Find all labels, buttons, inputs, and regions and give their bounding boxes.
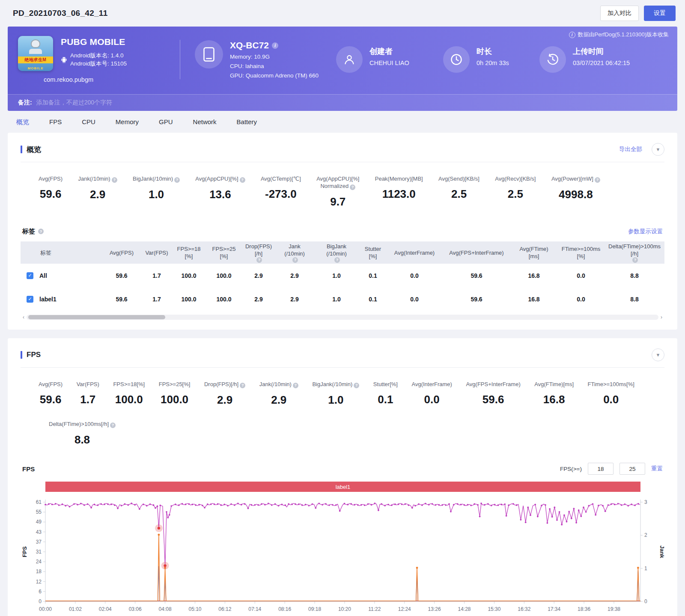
remark-bar[interactable]: 备注: 添加备注，不超过200个字符 [8,94,677,111]
metric-ftime-100ms-: FTime>=100ms[%]0.0 [588,381,634,407]
table-cell: 2.9 [241,264,276,287]
table-cell: 1.7 [142,264,171,287]
svg-text:31: 31 [36,549,42,555]
remark-placeholder: 添加备注，不超过200个字符 [36,99,112,107]
fps-metrics-row2: Delta(FTime)>100ms[/h]?8.8 [21,409,664,448]
svg-text:18:36: 18:36 [578,606,590,612]
svg-text:6: 6 [39,589,42,595]
scroll-right-arrow[interactable]: › [658,314,664,320]
metric-value: 1.0 [133,188,180,201]
metric-avg-interframe-: Avg(InterFrame)0.0 [411,381,452,407]
reset-link[interactable]: 重置 [651,465,663,473]
metric-value: 2.9 [78,188,117,201]
fps-chart[interactable]: label106121824313743495561012300:0001:02… [21,481,664,616]
table-col-header: Drop(FPS)[/h]? [241,241,276,264]
help-icon[interactable]: ? [38,229,44,234]
fps-threshold-input-1[interactable] [588,463,614,475]
help-icon[interactable]: ? [632,257,638,263]
overview-metrics: Avg(FPS)59.6Jank(/10min)?2.9BigJank(/10m… [21,162,664,211]
metric-value: 0.0 [411,393,452,406]
metric-value: 1.0 [312,393,359,407]
svg-text:55: 55 [36,509,42,515]
svg-text:0: 0 [39,598,42,604]
highlight-dot [158,527,160,530]
settings-button[interactable]: 设置 [644,6,676,21]
metric-avg-fps-: Avg(FPS)59.6 [39,175,63,208]
row-checkbox[interactable]: ✓ [27,272,33,279]
metric-value: 13.6 [195,188,245,201]
metric-value: 1123.0 [375,187,423,201]
table-cell: 16.8 [510,287,557,311]
metric-value: 1.7 [77,393,99,406]
table-horizontal-scrollbar[interactable]: ‹ › [21,314,664,320]
table-cell: 0.1 [360,264,386,287]
collapse-overview-button[interactable]: ▼ [652,143,664,156]
tab-fps[interactable]: FPS [49,118,62,126]
series-fps [45,503,640,565]
tab-概览[interactable]: 概览 [16,118,29,126]
svg-text:0: 0 [644,598,647,604]
device-memory: Memory: 10.9G [230,54,319,60]
help-icon[interactable]: ? [292,257,298,263]
svg-text:19:38: 19:38 [608,606,620,612]
device-info-icon[interactable]: i [272,42,278,49]
table-col-header: Jank(/10min)? [276,241,313,264]
tab-network[interactable]: Network [193,118,217,126]
metric-bigjank-10min-: BigJank(/10min)?1.0 [133,175,180,208]
help-icon[interactable]: ? [334,257,340,263]
table-cell: 59.6 [443,264,510,287]
param-display-settings-link[interactable]: 参数显示设置 [628,228,663,235]
app-icon: 绝地求生M MOBILE [18,36,53,71]
fps-chart-svg[interactable]: label106121824313743495561012300:0001:02… [21,481,665,616]
metric-value: 100.0 [159,393,191,406]
svg-text:37: 37 [36,539,42,545]
scrollbar-track[interactable] [27,315,658,320]
tab-gpu[interactable]: GPU [159,118,173,126]
metric-avg-fps-: Avg(FPS)59.6 [39,381,63,407]
metric-avg-ctemp-: Avg(CTemp)[℃]-273.0 [261,175,301,208]
help-icon[interactable]: ? [293,383,298,388]
svg-text:FPS: FPS [21,546,28,557]
metric-value: 0.0 [588,393,634,406]
table-col-header: Avg(FTime)[ms] [510,241,557,264]
help-icon[interactable]: ? [174,177,180,183]
metric-value: 0.1 [373,393,398,406]
creator-block: 创建者 CHEHUI LIAO [336,46,443,73]
help-icon[interactable]: ? [354,383,359,388]
help-icon[interactable]: ? [350,185,355,190]
upload-label: 上传时间 [573,46,630,57]
svg-text:17:34: 17:34 [548,606,560,612]
collapse-fps-button[interactable]: ▼ [652,348,664,361]
metric-peak-memory-mb-: Peak(Memory)[MB]1123.0 [375,175,423,208]
table-cell: 0.1 [360,287,386,311]
tab-cpu[interactable]: CPU [82,118,95,126]
tab-battery[interactable]: Battery [237,118,257,126]
metric-avg-recv-kb-s-: Avg(Recv)[KB/s]2.5 [495,175,536,208]
scrollbar-thumb[interactable] [28,315,165,319]
help-icon[interactable]: ? [240,177,245,183]
add-to-compare-button[interactable]: 加入对比 [600,6,639,21]
help-icon[interactable]: ? [110,423,116,428]
tab-memory[interactable]: Memory [116,118,139,126]
table-col-header: Delta(FTime)>100ms[/h]? [605,241,664,264]
table-cell: 0.0 [557,264,605,287]
scroll-left-arrow[interactable]: ‹ [21,314,27,320]
session-banner: i 数据由PerfDog(5.1.210300)版本收集 绝地求生M MOBIL… [8,27,677,111]
svg-text:43: 43 [36,529,42,535]
metric-avg-send-kb-s-: Avg(Send)[KB/s]2.5 [438,175,480,208]
labels-title: 标签 [22,227,35,235]
help-icon[interactable]: ? [112,177,117,183]
svg-text:1: 1 [644,565,647,571]
help-icon[interactable]: ? [256,257,262,263]
svg-text:14:28: 14:28 [458,606,471,612]
table-col-header: Var(FPS) [142,241,171,264]
section-accent-bar [21,146,22,153]
help-icon[interactable]: ? [240,383,245,388]
fps-threshold-input-2[interactable] [619,463,645,475]
help-icon[interactable]: ? [595,177,600,183]
upload-block: 上传时间 03/07/2021 06:42:15 [539,46,630,73]
export-all-link[interactable]: 导出全部 [619,146,642,153]
metric-value: 100.0 [113,393,145,406]
row-checkbox[interactable]: ✓ [27,296,33,303]
android-version-name: Android版本名: 1.4.0 [70,51,127,60]
